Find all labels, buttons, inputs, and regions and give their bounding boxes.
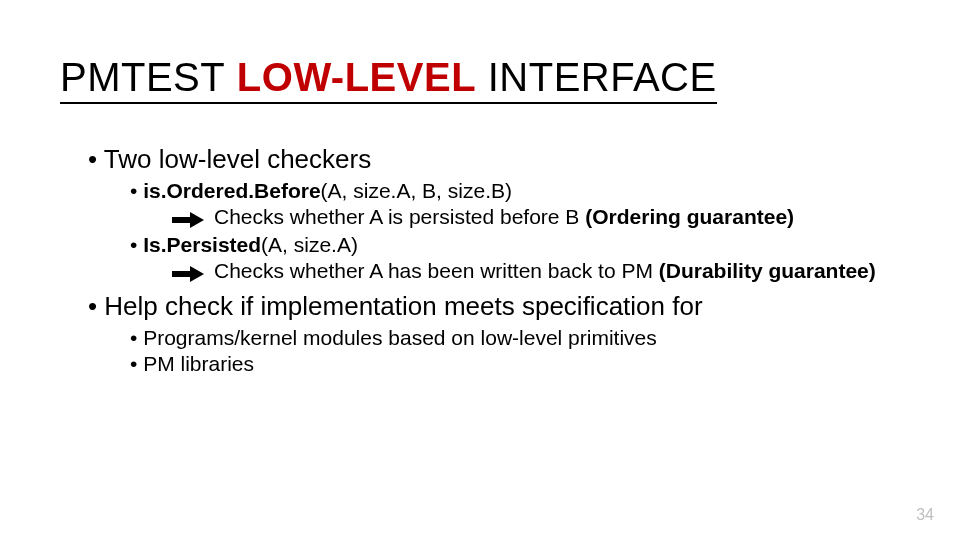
bullet-isorderedbefore: is.Ordered.Before(A, size.A, B, size.B) [130, 179, 900, 203]
slide-container: PMTEST LOW-LEVEL INTERFACE Two low-level… [0, 0, 960, 540]
func-name-1: is.Ordered.Before [143, 179, 320, 202]
svg-marker-3 [190, 266, 204, 282]
title-lowlevel: LOW-LEVEL [237, 55, 476, 99]
bullet-programs-modules: Programs/kernel modules based on low-lev… [130, 326, 900, 350]
arrow-line-ordering: Checks whether A is persisted before B (… [172, 205, 900, 229]
svg-rect-2 [172, 271, 192, 277]
arrow2-body: Checks whether A has been written back t… [214, 259, 876, 283]
title-test: TEST [121, 55, 225, 99]
arrow2-bold: (Durability guarantee) [659, 259, 876, 282]
arrow-line-durability: Checks whether A has been written back t… [172, 259, 900, 283]
bullet-ispersisted: Is.Persisted(A, size.A) [130, 233, 900, 257]
arrow1-bold: (Ordering guarantee) [585, 205, 794, 228]
bullet-marker [130, 326, 143, 349]
arrow1-text: Checks whether A is persisted before B [214, 205, 585, 228]
b2c-text: Programs/kernel modules based on low-lev… [143, 326, 657, 349]
b2d-text: PM libraries [143, 352, 254, 375]
page-number: 34 [916, 506, 934, 524]
svg-marker-1 [190, 212, 204, 228]
title-interface: INTERFACE [476, 55, 717, 99]
arrow1-body: Checks whether A is persisted before B (… [214, 205, 794, 229]
svg-rect-0 [172, 217, 192, 223]
bullet-marker [130, 233, 143, 256]
bullet-help-check: Help check if implementation meets speci… [88, 291, 900, 322]
slide-title: PMTEST LOW-LEVEL INTERFACE [60, 55, 717, 104]
arrow2-text: Checks whether A has been written back t… [214, 259, 659, 282]
bullet-marker [130, 179, 143, 202]
func-name-2: Is.Persisted [143, 233, 261, 256]
func-args-1: (A, size.A, B, size.B) [321, 179, 512, 202]
title-pm: PM [60, 55, 121, 99]
bullet-two-checkers: Two low-level checkers [88, 144, 900, 175]
bullet-marker [130, 352, 143, 375]
arrow-right-icon [172, 263, 204, 279]
func-args-2: (A, size.A) [261, 233, 358, 256]
arrow-right-icon [172, 209, 204, 225]
bullet-pm-libraries: PM libraries [130, 352, 900, 376]
